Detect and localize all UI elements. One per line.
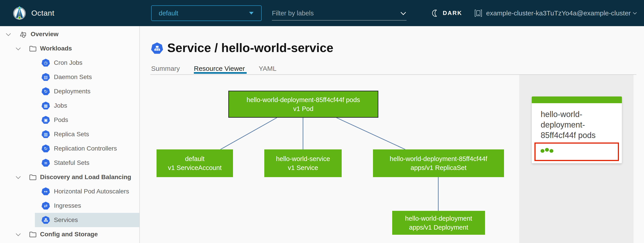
selected-node-card: hello-world-deployment-85ff4cf44f pods	[532, 96, 622, 163]
navigation-sidebar: Overview Workloads ◷ Cron Jobs ▤ Daemon …	[0, 26, 140, 243]
sidebar-item-stateful-sets[interactable]: ≡ Stateful Sets	[35, 156, 139, 170]
sidebar-item-cron-jobs[interactable]: ◷ Cron Jobs	[35, 56, 139, 70]
pod-icon: ▣	[42, 116, 50, 124]
page-title: Service / hello-world-service	[167, 41, 334, 55]
sidebar-group-discovery-and-load-balancing[interactable]: Discovery and Load Balancing	[0, 170, 139, 184]
node-name: hello-world-service	[276, 154, 330, 163]
replicaset-icon: ▥	[42, 130, 50, 138]
sidebar-item-replication-controllers[interactable]: ↻ Replication Controllers	[35, 141, 139, 156]
sidebar-item-ingresses[interactable]: ⇄ Ingresses	[35, 199, 139, 213]
label-filter-input[interactable]	[272, 9, 399, 17]
sidebar-group-label: Discovery and Load Balancing	[40, 174, 131, 181]
cluster-context-selector[interactable]: example-cluster-ka3TuTzYo4a@example-clus…	[474, 0, 636, 26]
sidebar-item-label: Daemon Sets	[54, 73, 92, 81]
overview-icon	[19, 30, 27, 38]
top-navigation-bar: Octant default DARK example-cluster-ka3T…	[0, 0, 644, 26]
cluster-icon	[474, 8, 483, 18]
node-name: hello-world-deployment	[405, 214, 472, 223]
card-status-bar	[532, 96, 622, 103]
dark-toggle-label: DARK	[443, 9, 462, 16]
sidebar-item-deployments[interactable]: ↻ Deployments	[35, 84, 139, 98]
chevron-down-icon[interactable]	[16, 45, 20, 50]
tab-resource-viewer[interactable]: Resource Viewer	[194, 65, 245, 72]
sidebar-item-label: Replica Sets	[54, 131, 89, 138]
sidebar-group-label: Workloads	[40, 45, 72, 52]
graph-node-service[interactable]: hello-world-service v1 Service	[264, 149, 342, 177]
tab-summary[interactable]: Summary	[151, 65, 180, 72]
sidebar-item-label: Overview	[31, 31, 58, 38]
node-kind: apps/v1 ReplicaSet	[410, 163, 466, 172]
graph-node-replicaset[interactable]: hello-world-deployment-85ff4cf44f apps/v…	[373, 149, 504, 177]
ingress-icon: ⇄	[42, 202, 50, 210]
app-title: Octant	[31, 0, 54, 26]
statefulset-icon: ≡	[42, 159, 50, 167]
cluster-context-name: example-cluster-ka3TuTzYo4a@example-clus…	[486, 9, 631, 17]
hpa-icon: ↔	[42, 187, 50, 196]
node-kind: v1 Pod	[293, 104, 313, 113]
node-kind: apps/v1 Deployment	[409, 223, 468, 232]
sidebar-item-label: Services	[54, 217, 78, 224]
dropdown-caret-icon	[249, 12, 254, 14]
moon-icon	[432, 9, 440, 17]
context-chevron-down-icon	[633, 10, 636, 14]
edge-pod-replicaset	[336, 118, 405, 149]
pod-ok-dot-icon	[540, 149, 544, 153]
sidebar-item-daemon-sets[interactable]: ▤ Daemon Sets	[35, 70, 139, 84]
sidebar-item-label: Replication Controllers	[54, 145, 117, 152]
sidebar-item-pods[interactable]: ▣ Pods	[35, 113, 139, 127]
pod-ok-dot-icon	[545, 148, 549, 152]
node-kind: v1 Service	[288, 163, 318, 172]
sidebar-item-label: Ingresses	[54, 202, 81, 209]
folder-icon	[29, 174, 36, 180]
active-tab-underline	[194, 72, 247, 74]
sidebar-item-label: Pods	[54, 116, 68, 124]
cronjob-icon: ◷	[42, 59, 50, 67]
graph-node-pod[interactable]: hello-world-deployment-85ff4cf44f pods v…	[228, 91, 378, 118]
octant-logo-icon	[12, 6, 27, 20]
pod-status-section-highlighted[interactable]	[534, 143, 619, 161]
sidebar-item-services[interactable]: Services	[35, 213, 139, 227]
dark-theme-toggle[interactable]: DARK	[432, 0, 462, 26]
graph-node-deployment[interactable]: hello-world-deployment apps/v1 Deploymen…	[392, 211, 485, 235]
node-name: default	[185, 154, 204, 163]
tab-yaml[interactable]: YAML	[259, 65, 276, 72]
folder-icon	[29, 231, 36, 238]
chevron-down-icon[interactable]	[16, 231, 20, 236]
sidebar-item-label: Horizontal Pod Autoscalers	[54, 188, 129, 195]
replication-controller-icon: ↻	[42, 145, 50, 153]
sidebar-item-overview[interactable]: Overview	[0, 27, 139, 41]
edge-pod-serviceaccount	[220, 118, 277, 149]
service-resource-icon	[151, 42, 163, 54]
label-filter	[272, 6, 406, 20]
filter-chevron-down-icon[interactable]	[400, 9, 406, 15]
node-kind: v1 ServiceAccount	[168, 163, 222, 172]
sidebar-group-config-and-storage[interactable]: Config and Storage	[0, 227, 139, 242]
node-name: hello-world-deployment-85ff4cf44f	[390, 154, 487, 163]
node-name: hello-world-deployment-85ff4cf44f pods	[247, 95, 360, 104]
sidebar-group-workloads[interactable]: Workloads	[0, 41, 139, 56]
sidebar-item-label: Stateful Sets	[54, 159, 90, 166]
sidebar-item-label: Deployments	[54, 88, 90, 95]
daemonset-icon: ▤	[42, 73, 50, 81]
namespace-dropdown-value: default	[159, 9, 249, 17]
sidebar-item-replica-sets[interactable]: ▥ Replica Sets	[35, 127, 139, 141]
pod-status-dots	[540, 149, 554, 153]
sidebar-item-label: Cron Jobs	[54, 59, 82, 66]
sidebar-group-label: Config and Storage	[40, 231, 98, 238]
deployment-icon: ↻	[42, 87, 50, 95]
graph-node-serviceaccount[interactable]: default v1 ServiceAccount	[156, 149, 233, 177]
folder-icon	[29, 45, 36, 52]
chevron-down-icon[interactable]	[6, 31, 11, 36]
namespace-dropdown[interactable]: default	[151, 5, 262, 21]
sidebar-item-horizontal-pod-autoscalers[interactable]: ↔ Horizontal Pod Autoscalers	[35, 184, 139, 199]
job-icon: ▦	[42, 102, 50, 110]
sidebar-item-jobs[interactable]: ▦ Jobs	[35, 98, 139, 113]
pod-ok-dot-icon	[550, 149, 554, 153]
service-icon	[42, 216, 50, 224]
octant-app: Octant default DARK example-cluster-ka3T…	[0, 0, 644, 243]
card-title: hello-world-deployment-85ff4cf44f pods	[532, 103, 622, 141]
chevron-down-icon[interactable]	[16, 174, 20, 179]
sidebar-item-label: Jobs	[54, 102, 67, 109]
node-detail-panel: hello-world-deployment-85ff4cf44f pods	[519, 75, 634, 243]
